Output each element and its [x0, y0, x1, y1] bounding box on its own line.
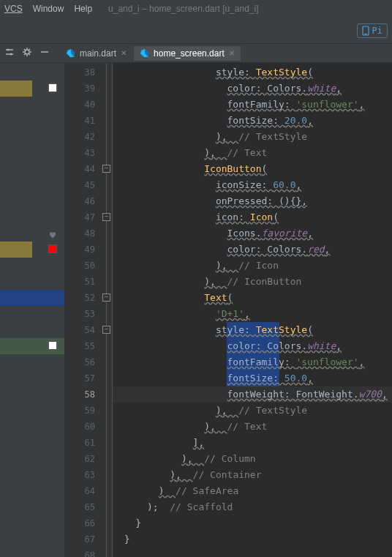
code-line[interactable]: ), // Icon [113, 258, 392, 274]
line-number[interactable]: 56 [64, 354, 101, 370]
code-line[interactable]: style: TextStyle( [113, 64, 392, 81]
code-line[interactable]: fontSize: 20.0, [113, 113, 392, 129]
line-number[interactable]: 61 [64, 435, 101, 451]
code-line[interactable]: fontSize: 50.0, [113, 370, 392, 386]
marker-strip [0, 63, 64, 557]
navigation-bar: Pi [0, 18, 392, 44]
line-number[interactable]: 46 [64, 193, 101, 209]
menu-help[interactable]: Help [74, 4, 92, 14]
line-number[interactable]: 59 [64, 403, 101, 419]
color-swatch-icon [48, 83, 57, 92]
code-line[interactable]: fontFamily: 'sunflower', [113, 97, 392, 113]
code-line[interactable]: ), // Container [113, 467, 392, 483]
svg-rect-1 [364, 34, 367, 34]
line-number[interactable]: 67 [64, 531, 101, 547]
line-number[interactable]: 65 [64, 499, 101, 515]
line-number[interactable]: 68 [64, 547, 101, 557]
line-number[interactable]: 53 [64, 306, 101, 322]
svg-point-5 [10, 53, 12, 56]
menu-window[interactable]: Window [33, 4, 64, 14]
code-area[interactable]: style: TextStyle( color: Colors.white, f… [113, 63, 392, 557]
line-number[interactable]: 47 [64, 209, 101, 225]
tab-label: main.dart [80, 48, 116, 59]
tab-label: home_screen.dart [154, 48, 225, 59]
code-line[interactable]: ), // IconButton [113, 274, 392, 290]
code-line[interactable]: IconButton( [113, 161, 392, 177]
settings-sliders-icon[interactable] [4, 47, 15, 59]
line-number[interactable]: 62 [64, 451, 101, 467]
line-number[interactable]: 41 [64, 113, 101, 129]
menu-vcs[interactable]: VCS [4, 4, 23, 14]
line-number[interactable]: 39 [64, 81, 101, 97]
code-line[interactable]: ) // SafeArea [113, 483, 392, 499]
code-line[interactable]: ), // Column [113, 451, 392, 467]
editor-tabs: main.dart✕home_screen.dart✕ [60, 46, 242, 61]
code-line[interactable]: color: Colors.white, [113, 81, 392, 97]
code-line[interactable]: color: Colors.red, [113, 242, 392, 258]
heart-icon [48, 228, 57, 237]
line-gutter: 3839404142434445464748495051525354555657… [64, 63, 101, 557]
code-line[interactable]: ), // Text [113, 419, 392, 435]
line-number[interactable]: 44 [64, 161, 101, 177]
code-line[interactable]: ], [113, 435, 392, 451]
phone-icon [362, 26, 369, 36]
line-number[interactable]: 40 [64, 97, 101, 113]
change-marker [0, 242, 32, 258]
line-number[interactable]: 55 [64, 338, 101, 354]
gear-icon[interactable] [22, 47, 32, 59]
code-line[interactable]: Text( [113, 290, 392, 306]
color-swatch-icon [48, 244, 57, 253]
fold-toggle[interactable]: − [102, 294, 110, 302]
fold-strip: −−−− [101, 63, 113, 557]
line-number[interactable]: 54 [64, 322, 101, 338]
line-number[interactable]: 49 [64, 242, 101, 258]
device-label: Pi [372, 26, 382, 36]
line-number[interactable]: 64 [64, 483, 101, 499]
close-icon[interactable]: ✕ [121, 49, 127, 57]
code-line[interactable]: fontFamily: 'sunflower', [113, 354, 392, 370]
fold-toggle[interactable]: − [102, 326, 110, 334]
line-number[interactable]: 48 [64, 225, 101, 242]
code-line[interactable]: 'D+1', [113, 306, 392, 322]
code-line[interactable]: } [113, 515, 392, 531]
fold-toggle[interactable]: − [102, 213, 110, 221]
code-line[interactable] [113, 547, 392, 557]
code-line[interactable]: fontWeight: FontWeight.w700, [113, 386, 392, 403]
line-number[interactable]: 58 [64, 386, 101, 403]
svg-point-4 [7, 49, 10, 51]
line-number[interactable]: 38 [64, 64, 101, 81]
change-marker [0, 81, 32, 97]
editor-tab[interactable]: home_screen.dart✕ [134, 46, 241, 61]
line-number[interactable]: 45 [64, 177, 101, 193]
svg-point-6 [25, 50, 29, 54]
line-number[interactable]: 63 [64, 467, 101, 483]
code-line[interactable]: style: TextStyle( [113, 322, 392, 338]
editor-tab[interactable]: main.dart✕ [60, 46, 132, 61]
window-title: u_and_i – home_screen.dart [u_and_i] [108, 4, 388, 14]
line-number[interactable]: 42 [64, 129, 101, 145]
code-line[interactable]: ), // Text [113, 145, 392, 161]
code-line[interactable]: onPressed: (){}, [113, 193, 392, 209]
line-number[interactable]: 52 [64, 290, 101, 306]
fold-toggle[interactable]: − [102, 165, 110, 173]
editor-toolbar: main.dart✕home_screen.dart✕ [0, 44, 392, 63]
code-line[interactable]: ), // TextStyle [113, 129, 392, 145]
minimize-icon[interactable] [39, 47, 50, 59]
menubar: VCS Window Help u_and_i – home_screen.da… [0, 0, 392, 18]
code-line[interactable]: iconSize: 60.0, [113, 177, 392, 193]
line-number[interactable]: 43 [64, 145, 101, 161]
editor: 3839404142434445464748495051525354555657… [0, 63, 392, 557]
code-line[interactable]: ), // TextStyle [113, 403, 392, 419]
line-number[interactable]: 60 [64, 419, 101, 435]
device-selector-button[interactable]: Pi [357, 23, 388, 38]
line-number[interactable]: 57 [64, 370, 101, 386]
code-line[interactable]: ); // Scaffold [113, 499, 392, 515]
code-line[interactable]: } [113, 531, 392, 547]
line-number[interactable]: 50 [64, 258, 101, 274]
line-number[interactable]: 51 [64, 274, 101, 290]
code-line[interactable]: Icons.favorite, [113, 225, 392, 242]
code-line[interactable]: icon: Icon( [113, 209, 392, 225]
line-number[interactable]: 66 [64, 515, 101, 531]
code-line[interactable]: color: Colors.white, [113, 338, 392, 354]
close-icon[interactable]: ✕ [229, 49, 235, 57]
